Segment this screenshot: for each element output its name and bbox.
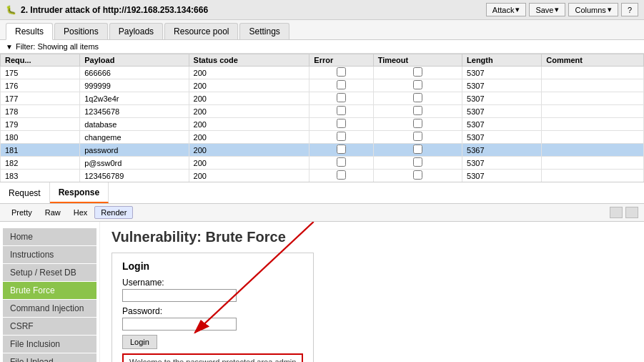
col-length[interactable]: Length — [462, 54, 542, 67]
table-row[interactable]: 181 password 200 5367 — [1, 144, 644, 157]
cell-length: 5307 — [462, 79, 542, 92]
columns-button[interactable]: Columns ▾ — [568, 3, 618, 16]
cell-id: 183 — [1, 170, 80, 182]
dvwa-nav-item-file-upload[interactable]: File Upload — [3, 353, 96, 362]
layout-icon[interactable] — [625, 207, 638, 218]
dvwa-nav-item-command-injection[interactable]: Command Injection — [3, 300, 96, 317]
cell-payload: 123456789 — [80, 170, 189, 182]
cell-id: 177 — [1, 92, 80, 105]
cell-id: 175 — [1, 67, 80, 79]
view-tabs: Pretty Raw Hex Render — [0, 204, 644, 222]
attack-button[interactable]: Attack ▾ — [486, 3, 527, 16]
response-panel: Request Response — [0, 182, 644, 204]
col-error[interactable]: Error — [309, 54, 373, 67]
tab-response[interactable]: Response — [50, 182, 109, 203]
table-row[interactable]: 180 changeme 200 5307 — [1, 131, 644, 144]
cell-comment — [542, 67, 644, 79]
cell-length: 5307 — [462, 157, 542, 170]
view-icons — [610, 207, 638, 218]
username-input[interactable] — [122, 289, 237, 302]
dvwa-nav-item-home[interactable]: Home — [3, 228, 96, 245]
cell-payload: 12345678 — [80, 105, 189, 118]
cell-status: 200 — [189, 105, 309, 118]
col-status[interactable]: Status code — [189, 54, 309, 67]
save-button[interactable]: Save ▾ — [529, 3, 565, 16]
cell-length: 5307 — [462, 105, 542, 118]
title-bar-left: 🐛 2. Intruder attack of http://192.168.2… — [6, 5, 208, 15]
filter-icon: ▼ — [6, 43, 13, 51]
cell-error — [309, 144, 373, 157]
view-pretty[interactable]: Pretty — [6, 207, 38, 218]
col-timeout[interactable]: Timeout — [373, 54, 462, 67]
cell-comment — [542, 157, 644, 170]
results-table-container[interactable]: Requ... Payload Status code Error Timeou… — [0, 54, 644, 182]
cell-status: 200 — [189, 92, 309, 105]
window-title: 2. Intruder attack of http://192.168.253… — [21, 5, 208, 15]
cell-payload: password — [80, 144, 189, 157]
tab-resource-pool[interactable]: Resource pool — [164, 23, 238, 39]
cell-timeout — [373, 157, 462, 170]
cell-id: 182 — [1, 157, 80, 170]
dvwa-nav-item-setup-/-reset-db[interactable]: Setup / Reset DB — [3, 264, 96, 281]
cell-payload: database — [80, 118, 189, 131]
dvwa-nav-item-brute-force[interactable]: Brute Force — [3, 282, 96, 299]
cell-error — [309, 118, 373, 131]
col-payload[interactable]: Payload — [80, 54, 189, 67]
results-table: Requ... Payload Status code Error Timeou… — [0, 54, 644, 182]
table-row[interactable]: 179 database 200 5307 — [1, 118, 644, 131]
cell-comment — [542, 92, 644, 105]
dvwa-sidebar: HomeInstructionsSetup / Reset DBBrute Fo… — [0, 222, 100, 362]
cell-length: 5307 — [462, 92, 542, 105]
table-row[interactable]: 177 1q2w3e4r 200 5307 — [1, 92, 644, 105]
cell-length: 5307 — [462, 118, 542, 131]
rendered-content: HomeInstructionsSetup / Reset DBBrute Fo… — [0, 222, 644, 362]
table-row[interactable]: 183 123456789 200 5307 — [1, 170, 644, 182]
password-label: Password: — [122, 306, 303, 316]
cell-error — [309, 157, 373, 170]
view-render[interactable]: Render — [94, 206, 133, 219]
view-hex[interactable]: Hex — [68, 207, 94, 218]
cell-timeout — [373, 105, 462, 118]
cell-id: 179 — [1, 118, 80, 131]
table-row[interactable]: 175 666666 200 5307 — [1, 67, 644, 79]
cell-timeout — [373, 170, 462, 182]
view-raw[interactable]: Raw — [39, 207, 66, 218]
table-row[interactable]: 176 999999 200 5307 — [1, 79, 644, 92]
tab-positions[interactable]: Positions — [54, 23, 108, 39]
cell-status: 200 — [189, 144, 309, 157]
tab-results[interactable]: Results — [6, 23, 53, 40]
cell-payload: 999999 — [80, 79, 189, 92]
tab-payloads[interactable]: Payloads — [109, 23, 163, 39]
cell-id: 178 — [1, 105, 80, 118]
cell-timeout — [373, 79, 462, 92]
success-message: Welcome to the password protected area a… — [122, 353, 303, 362]
cell-error — [309, 131, 373, 144]
main-tab-bar: Results Positions Payloads Resource pool… — [0, 20, 644, 40]
cell-status: 200 — [189, 118, 309, 131]
login-button[interactable]: Login — [122, 335, 157, 349]
cell-status: 200 — [189, 79, 309, 92]
tab-request[interactable]: Request — [0, 182, 50, 203]
cell-status: 200 — [189, 131, 309, 144]
cell-error — [309, 79, 373, 92]
table-row[interactable]: 178 12345678 200 5307 — [1, 105, 644, 118]
help-button[interactable]: ? — [621, 3, 638, 16]
dvwa-main: Vulnerability: Brute Force Login Usernam… — [100, 222, 644, 362]
filter-text: Filter: Showing all items — [16, 42, 99, 51]
cell-timeout — [373, 131, 462, 144]
password-input[interactable] — [122, 318, 237, 331]
dvwa-nav-item-csrf[interactable]: CSRF — [3, 318, 96, 335]
dvwa-nav-item-file-inclusion[interactable]: File Inclusion — [3, 336, 96, 353]
dvwa-nav-item-instructions[interactable]: Instructions — [3, 246, 96, 263]
title-bar-buttons: Attack ▾ Save ▾ Columns ▾ ? — [486, 3, 638, 16]
cell-comment — [542, 170, 644, 182]
table-row[interactable]: 182 p@ssw0rd 200 5307 — [1, 157, 644, 170]
cell-timeout — [373, 67, 462, 79]
col-request[interactable]: Requ... — [1, 54, 80, 67]
grid-icon[interactable] — [610, 207, 623, 218]
cell-comment — [542, 131, 644, 144]
tab-settings[interactable]: Settings — [239, 23, 289, 39]
cell-status: 200 — [189, 67, 309, 79]
col-comment[interactable]: Comment — [542, 54, 644, 67]
cell-timeout — [373, 144, 462, 157]
